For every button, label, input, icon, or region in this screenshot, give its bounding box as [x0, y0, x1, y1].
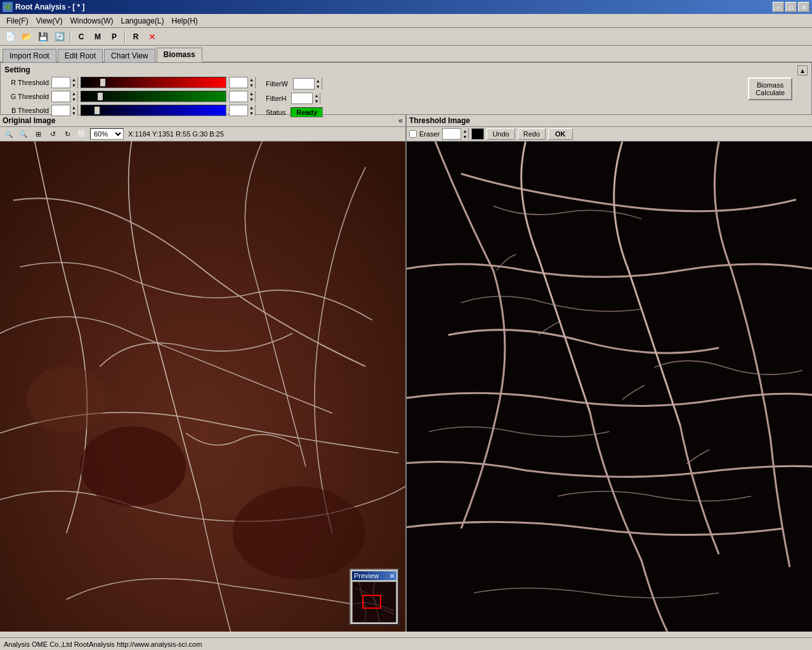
filterh-row: FilterH 80 ▲ ▼ [266, 93, 323, 104]
menu-windows[interactable]: Windows(W) [66, 15, 117, 27]
original-image-view[interactable]: Preview ✕ [0, 142, 405, 632]
filterw-input[interactable]: 80 [294, 79, 314, 89]
r-threshold-min-up[interactable]: ▲ [70, 77, 77, 83]
color-swatch[interactable] [471, 128, 484, 140]
toolbar-save[interactable]: 💾 [36, 30, 51, 44]
eraser-size-spinbox[interactable]: 20 ▲ ▼ [442, 128, 469, 140]
preview-title-bar: Preview ✕ [352, 571, 396, 580]
tab-chart-view[interactable]: Chart View [104, 49, 155, 62]
r-threshold-min-input[interactable]: 40 [52, 77, 70, 88]
undo-button[interactable]: Undo [487, 128, 514, 140]
svg-point-3 [233, 486, 366, 580]
tab-bar: Import Root Edit Root Chart View Biomass [0, 46, 812, 63]
close-button[interactable]: ✕ [798, 2, 809, 12]
ok-button[interactable]: OK [548, 128, 573, 140]
filterw-label: FilterW [266, 80, 288, 88]
toolbar-p[interactable]: P [107, 30, 122, 44]
b-threshold-min-up[interactable]: ▲ [70, 105, 77, 110]
threshold-toolbar: Eraser 20 ▲ ▼ Undo Redo OK [407, 127, 812, 142]
setting-collapse-button[interactable]: ▲ [797, 65, 808, 76]
toolbar-r[interactable]: R [128, 30, 143, 44]
filterh-label: FilterH [266, 95, 286, 102]
tab-import-root[interactable]: Import Root [3, 49, 56, 62]
preview-box: Preview ✕ [350, 569, 399, 625]
thresholds-area: R Threshold 40 ▲ ▼ 255 ▲ ▼ [4, 77, 256, 117]
zoom-out-icon[interactable]: 🔍 [17, 128, 30, 140]
main-content: Original Image « 🔍 🔍 ⊞ ↺ ↻ ⬜ 60% 100% 50… [0, 115, 812, 632]
rotate-ccw-icon[interactable]: ↺ [46, 128, 59, 140]
original-image-toolbar: 🔍 🔍 ⊞ ↺ ↻ ⬜ 60% 100% 50% X:1184 Y:1351 R… [0, 127, 405, 142]
toolbar-x[interactable]: ✕ [145, 30, 160, 44]
zoom-fit-icon[interactable]: ⊞ [32, 128, 44, 140]
eraser-checkbox[interactable] [409, 130, 417, 138]
filterh-input[interactable]: 80 [292, 93, 312, 103]
r-threshold-min-spinbox[interactable]: 40 ▲ ▼ [51, 77, 78, 88]
filterw-arrows: ▲ ▼ [314, 78, 322, 90]
filterw-row: FilterW 80 ▲ ▼ [266, 78, 323, 90]
g-threshold-max-spinbox[interactable]: 255 ▲ ▼ [229, 91, 256, 102]
g-threshold-max-input[interactable]: 255 [230, 91, 247, 102]
b-threshold-max-down[interactable]: ▼ [248, 110, 255, 116]
rotate-cw-icon[interactable]: ↻ [61, 128, 74, 140]
filterh-up[interactable]: ▲ [313, 93, 320, 98]
r-threshold-max-down[interactable]: ▼ [248, 83, 255, 88]
r-threshold-max-up[interactable]: ▲ [248, 77, 255, 83]
redo-button[interactable]: Redo [518, 128, 546, 140]
menu-file[interactable]: File(F) [3, 15, 32, 27]
app-icon: 🌿 [3, 2, 13, 12]
toolbar-open[interactable]: 📂 [19, 30, 34, 44]
eraser-size-input[interactable]: 20 [443, 129, 461, 139]
filters-status-area: FilterW 80 ▲ ▼ FilterH 80 ▲ ▼ [266, 78, 323, 119]
biomass-calculate-button[interactable]: BiomassCalculate [748, 77, 792, 100]
toolbar-m[interactable]: M [90, 30, 105, 44]
toolbar-new[interactable]: 📄 [3, 30, 18, 44]
filterh-spinbox[interactable]: 80 ▲ ▼ [291, 93, 320, 104]
menu-help[interactable]: Help(H) [168, 15, 202, 27]
toolbar-c[interactable]: C [74, 30, 89, 44]
b-threshold-min-spinbox[interactable]: 30 ▲ ▼ [51, 105, 78, 116]
b-threshold-max-up[interactable]: ▲ [248, 105, 255, 110]
filterw-down[interactable]: ▼ [315, 84, 322, 90]
zoom-select[interactable]: 60% 100% 50% [90, 128, 124, 140]
g-threshold-min-spinbox[interactable]: 36 ▲ ▼ [51, 91, 78, 102]
g-threshold-min-input[interactable]: 36 [52, 91, 70, 102]
b-threshold-max-input[interactable]: 255 [230, 105, 247, 116]
r-threshold-max-spinbox[interactable]: 255 ▲ ▼ [229, 77, 256, 88]
r-threshold-max-input[interactable]: 255 [230, 77, 247, 88]
toolbar-refresh[interactable]: 🔄 [52, 30, 67, 44]
preview-title: Preview [354, 572, 379, 580]
filterw-spinbox[interactable]: 80 ▲ ▼ [293, 78, 322, 90]
tab-biomass[interactable]: Biomass [157, 48, 202, 62]
threshold-image-view[interactable] [407, 142, 812, 632]
b-threshold-max-spinbox[interactable]: 255 ▲ ▼ [229, 105, 256, 116]
menu-view[interactable]: View(V) [32, 15, 67, 27]
select-icon[interactable]: ⬜ [75, 128, 88, 140]
tab-edit-root[interactable]: Edit Root [58, 49, 103, 62]
g-threshold-max-up[interactable]: ▲ [248, 91, 255, 96]
original-image-panel: Original Image « 🔍 🔍 ⊞ ↺ ↻ ⬜ 60% 100% 50… [0, 115, 407, 632]
g-threshold-min-arrows: ▲ ▼ [70, 91, 77, 102]
filterh-down[interactable]: ▼ [313, 98, 320, 104]
b-threshold-slider[interactable] [81, 105, 226, 116]
g-threshold-max-down[interactable]: ▼ [248, 96, 255, 102]
eraser-size-down[interactable]: ▼ [461, 134, 468, 140]
g-threshold-min-down[interactable]: ▼ [70, 96, 77, 102]
restore-button[interactable]: □ [785, 2, 797, 12]
g-threshold-min-up[interactable]: ▲ [70, 91, 77, 96]
eraser-label: Eraser [419, 130, 440, 138]
g-threshold-slider[interactable] [81, 91, 226, 102]
r-threshold-label: R Threshold [4, 79, 49, 86]
preview-close-button[interactable]: ✕ [390, 573, 395, 580]
filterw-up[interactable]: ▲ [315, 78, 322, 84]
eraser-size-up[interactable]: ▲ [461, 128, 468, 134]
b-threshold-min-input[interactable]: 30 [52, 105, 70, 116]
title-bar: 🌿 Root Analysis - [ * ] – □ ✕ [0, 0, 812, 14]
zoom-in-icon[interactable]: 🔍 [3, 128, 15, 140]
r-threshold-slider[interactable] [81, 77, 226, 88]
r-threshold-min-down[interactable]: ▼ [70, 83, 77, 88]
b-threshold-min-down[interactable]: ▼ [70, 110, 77, 116]
window-controls: – □ ✕ [773, 2, 809, 12]
setting-panel: Setting R Threshold 40 ▲ ▼ 25 [0, 63, 812, 115]
minimize-button[interactable]: – [773, 2, 784, 12]
menu-language[interactable]: Language(L) [117, 15, 167, 27]
